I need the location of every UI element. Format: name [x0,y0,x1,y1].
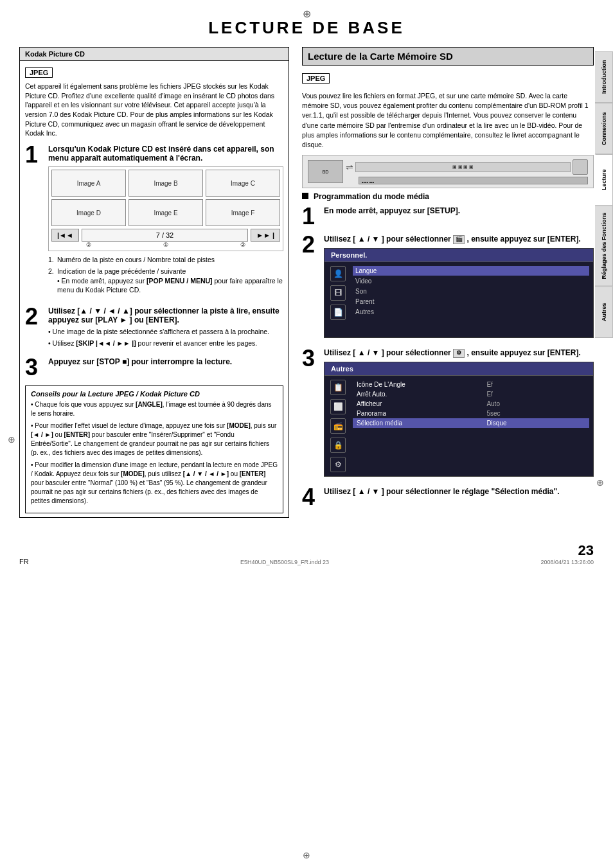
right-step3-content: Utilisez [ ▲ / ▼ ] pour sélectionner ⚙ ,… [324,347,594,481]
right-step4-content: Utilisez [ ▲ / ▼ ] pour sélectionner le … [324,486,594,499]
step2-bullet2: Utilisez [SKIP |◄◄ / ►► |] pour revenir … [48,339,283,348]
image-cell-d: Image D [51,199,126,226]
menu-value-angle: Ef [483,380,589,389]
tab-lecture[interactable]: Lecture [595,154,613,206]
menu-value-arret: Ef [483,389,589,399]
nav-num-right: ② [206,242,280,248]
sd-arrow-icon: ⇌ [346,162,353,172]
step2-number: 2 [25,305,43,328]
right-step3-title: Utilisez [ ▲ / ▼ ] pour sélectionner ⚙ ,… [324,348,594,358]
right-step2: 2 Utilisez [ ▲ / ▼ ] pour sélectionner 🎬… [302,233,594,342]
conseils-item2: Pour modifier l'effet visuel de lecture … [31,421,278,457]
note-1-num: 1. [48,255,54,265]
menu-icon-list: 📋 [330,380,346,395]
note-2: 2. Indication de la page précédente / su… [48,267,283,295]
sd-bar1: ▣ ▣ ▣ ▣ [355,162,571,172]
step3-title: Appuyez sur [STOP ■] pour interrompre la… [48,357,283,366]
square-bullet-icon [302,193,308,199]
image-nav-row: |◄◄ 7 / 32 ►► | [51,229,280,242]
image-cell-c: Image C [206,170,280,197]
conseils-title: Conseils pour la Lecture JPEG / Kodak Pi… [31,390,278,398]
sd-card-image: BD ⇌ ▣ ▣ ▣ ▣ ▪▪▪▪ ▪▪▪ [302,155,594,188]
menu-icons-col-autres: 📋 ⬜ 📻 🔒 ⚙ [328,380,348,472]
image-grid-row2: Image D Image E Image F [51,199,280,226]
right-section-title: Lecture de la Carte Mémoire SD [302,47,594,66]
menu-row-selection: Sélection média Disque [353,418,589,428]
right-step1-number: 1 [302,205,320,228]
nav-next-button[interactable]: ►► | [251,229,280,242]
step2-bullets: Une image de la piste sélectionnée s'aff… [48,327,283,348]
right-step3: 3 Utilisez [ ▲ / ▼ ] pour sélectionner ⚙… [302,347,594,481]
nav-prev-button[interactable]: |◄◄ [51,229,79,242]
right-step4-number: 4 [302,486,320,509]
footer: FR E5H40UD_NB500SL9_FR.indd 23 23 2008/0… [0,537,613,571]
step2-bullet1: Une image de la piste sélectionnée s'aff… [48,327,283,337]
jpeg-badge-right: JPEG [302,73,330,84]
menu-label-panorama: Panorama [353,409,483,418]
image-cell-b: Image B [129,170,203,197]
image-grid: Image A Image B Image C Image D Image E … [48,166,283,251]
menu-item-video: Video [353,276,589,286]
sd-card-img-inner: BD ⇌ ▣ ▣ ▣ ▣ ▪▪▪▪ ▪▪▪ [303,159,593,184]
menu-body-personnel: 👤 🎞 📄 Langue Video Son Parent Autres [324,262,593,324]
step3-icon: ⚙ [453,349,465,358]
crosshair-top-icon: ⊕ [303,8,311,20]
sd-connector-area: ⇌ ▣ ▣ ▣ ▣ ▪▪▪▪ ▪▪▪ [346,159,588,184]
menu-icons-col: 👤 🎞 📄 [328,266,348,320]
step3-number: 3 [25,356,43,379]
prog-title: Programmation du mode média [302,192,594,201]
note-2-num: 2. [48,267,54,276]
menu-icon-lock: 🔒 [330,438,346,453]
footer-file-label: E5H40UD_NB500SL9_FR.indd 23 [240,559,329,565]
step1-notes: 1. Numéro de la piste en cours / Nombre … [48,255,283,295]
menu-item-langue: Langue [353,266,589,276]
main-content: Kodak Picture CD JPEG Cet appareil lit é… [0,47,613,524]
jpeg-badge-left: JPEG [25,67,53,78]
note-1: 1. Numéro de la piste en cours / Nombre … [48,255,283,265]
crosshair-left-icon: ⊕ [8,434,15,445]
right-step1-content: En mode arrêt, appuyez sur [SETUP]. [324,205,594,218]
footer-left: FR [19,558,29,565]
sd-bar2-text: ▪▪▪▪ ▪▪▪ [359,180,377,184]
menu-row-panorama: Panorama 5sec [353,409,589,418]
menu-icon-person: 👤 [330,266,346,281]
conseils-item3: Pour modifier la dimension d'une image e… [31,461,278,506]
menu-items-col: Langue Video Son Parent Autres [353,266,589,320]
menu-icon-square: ⬜ [330,399,346,414]
tab-reglages[interactable]: Réglages des Fonctions [595,206,613,287]
menu-label-arret: Arrêt Auto. [353,389,483,399]
page-title-bar: LECTURE DE BASE [0,0,613,47]
menu-value-selection: Disque [483,418,589,428]
menu-icon-gear: ⚙ [330,457,346,472]
right-step1: 1 En mode arrêt, appuyez sur [SETUP]. [302,205,594,228]
note-2-text: Indication de la page précédente / suiva… [57,267,283,294]
menu-table-autres: Icône De L'Angle Ef Arrêt Auto. Ef Affic… [353,380,589,428]
image-cell-f: Image F [206,199,280,226]
sd-card-slot [573,159,588,175]
conseils-box: Conseils pour la Lecture JPEG / Kodak Pi… [25,385,283,513]
crosshair-right-icon: ⊕ [596,477,604,488]
menu-icon-film: 🎞 [330,285,346,301]
image-grid-row1: Image A Image B Image C [51,170,280,197]
step3-content: Appuyez sur [STOP ■] pour interrompre la… [48,356,283,369]
menu-autres: Autres 📋 ⬜ 📻 🔒 ⚙ [324,362,594,477]
conseils-item1: Chaque fois que vous appuyez sur [ANGLE]… [31,400,278,418]
menu-item-son: Son [353,287,589,296]
step2-icon: 🎬 [453,235,465,244]
kodak-section-box: Kodak Picture CD JPEG Cet appareil lit é… [19,47,289,518]
right-step1-title: En mode arrêt, appuyez sur [SETUP]. [324,206,594,215]
nav-page-counter: 7 / 32 [82,229,248,242]
tab-introduction[interactable]: Introduction [595,51,613,103]
footer-center: E5H40UD_NB500SL9_FR.indd 23 [240,558,329,565]
menu-items-col-autres: Icône De L'Angle Ef Arrêt Auto. Ef Affic… [353,380,589,472]
menu-personnael: Personnel. 👤 🎞 📄 Langue Video Son [324,248,594,338]
tab-connexions[interactable]: Connexions [595,103,613,154]
note-1-text: Numéro de la piste en cours / Nombre tot… [57,256,215,263]
kodak-intro-text: Cet appareil lit également sans problème… [25,82,283,138]
menu-header-autres: Autres [324,362,593,376]
nav-num-left: ② [51,242,126,248]
tab-autres[interactable]: Autres [595,287,613,338]
menu-label-angle: Icône De L'Angle [353,380,483,389]
sd-bar2: ▪▪▪▪ ▪▪▪ [359,177,588,184]
page-wrapper: ⊕ ⊕ LECTURE DE BASE Introduction Connexi… [0,0,613,868]
